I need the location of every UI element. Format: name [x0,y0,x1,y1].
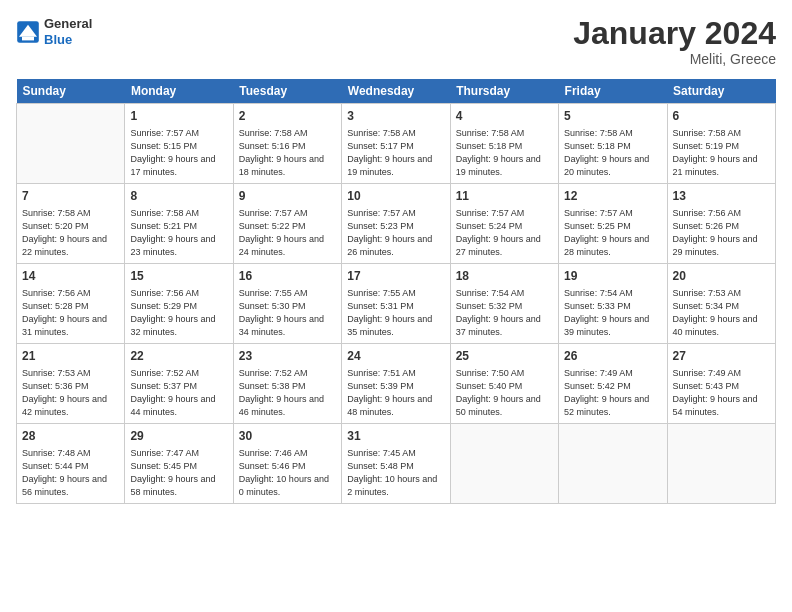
day-info: Sunrise: 7:57 AM Sunset: 5:25 PM Dayligh… [564,207,661,259]
week-row-5: 28Sunrise: 7:48 AM Sunset: 5:44 PM Dayli… [17,424,776,504]
day-number: 11 [456,188,553,205]
calendar-cell: 23Sunrise: 7:52 AM Sunset: 5:38 PM Dayli… [233,344,341,424]
calendar-cell: 14Sunrise: 7:56 AM Sunset: 5:28 PM Dayli… [17,264,125,344]
day-info: Sunrise: 7:51 AM Sunset: 5:39 PM Dayligh… [347,367,444,419]
day-info: Sunrise: 7:56 AM Sunset: 5:28 PM Dayligh… [22,287,119,339]
col-header-tuesday: Tuesday [233,79,341,104]
day-number: 15 [130,268,227,285]
calendar-cell: 19Sunrise: 7:54 AM Sunset: 5:33 PM Dayli… [559,264,667,344]
day-info: Sunrise: 7:57 AM Sunset: 5:22 PM Dayligh… [239,207,336,259]
day-info: Sunrise: 7:56 AM Sunset: 5:26 PM Dayligh… [673,207,770,259]
day-number: 25 [456,348,553,365]
day-number: 22 [130,348,227,365]
day-number: 16 [239,268,336,285]
calendar-cell: 10Sunrise: 7:57 AM Sunset: 5:23 PM Dayli… [342,184,450,264]
calendar-cell: 30Sunrise: 7:46 AM Sunset: 5:46 PM Dayli… [233,424,341,504]
day-number: 2 [239,108,336,125]
day-info: Sunrise: 7:54 AM Sunset: 5:33 PM Dayligh… [564,287,661,339]
day-info: Sunrise: 7:53 AM Sunset: 5:36 PM Dayligh… [22,367,119,419]
day-number: 24 [347,348,444,365]
day-number: 31 [347,428,444,445]
calendar-cell: 1Sunrise: 7:57 AM Sunset: 5:15 PM Daylig… [125,104,233,184]
day-info: Sunrise: 7:55 AM Sunset: 5:31 PM Dayligh… [347,287,444,339]
day-number: 29 [130,428,227,445]
day-info: Sunrise: 7:47 AM Sunset: 5:45 PM Dayligh… [130,447,227,499]
day-info: Sunrise: 7:49 AM Sunset: 5:42 PM Dayligh… [564,367,661,419]
day-info: Sunrise: 7:54 AM Sunset: 5:32 PM Dayligh… [456,287,553,339]
day-info: Sunrise: 7:58 AM Sunset: 5:18 PM Dayligh… [564,127,661,179]
calendar-cell: 2Sunrise: 7:58 AM Sunset: 5:16 PM Daylig… [233,104,341,184]
calendar-cell: 25Sunrise: 7:50 AM Sunset: 5:40 PM Dayli… [450,344,558,424]
day-number: 14 [22,268,119,285]
calendar-page: General Blue January 2024 Meliti, Greece… [0,0,792,612]
header-row: SundayMondayTuesdayWednesdayThursdayFrid… [17,79,776,104]
day-number: 10 [347,188,444,205]
calendar-cell: 15Sunrise: 7:56 AM Sunset: 5:29 PM Dayli… [125,264,233,344]
week-row-3: 14Sunrise: 7:56 AM Sunset: 5:28 PM Dayli… [17,264,776,344]
calendar-cell: 29Sunrise: 7:47 AM Sunset: 5:45 PM Dayli… [125,424,233,504]
col-header-wednesday: Wednesday [342,79,450,104]
logo: General Blue [16,16,92,47]
day-info: Sunrise: 7:58 AM Sunset: 5:18 PM Dayligh… [456,127,553,179]
day-number: 13 [673,188,770,205]
calendar-cell: 17Sunrise: 7:55 AM Sunset: 5:31 PM Dayli… [342,264,450,344]
calendar-cell [667,424,775,504]
location: Meliti, Greece [573,51,776,67]
logo-text: General Blue [44,16,92,47]
header: General Blue January 2024 Meliti, Greece [16,16,776,67]
day-info: Sunrise: 7:58 AM Sunset: 5:21 PM Dayligh… [130,207,227,259]
week-row-4: 21Sunrise: 7:53 AM Sunset: 5:36 PM Dayli… [17,344,776,424]
calendar-cell: 11Sunrise: 7:57 AM Sunset: 5:24 PM Dayli… [450,184,558,264]
day-number: 12 [564,188,661,205]
day-info: Sunrise: 7:52 AM Sunset: 5:38 PM Dayligh… [239,367,336,419]
title-block: January 2024 Meliti, Greece [573,16,776,67]
day-info: Sunrise: 7:49 AM Sunset: 5:43 PM Dayligh… [673,367,770,419]
calendar-cell: 20Sunrise: 7:53 AM Sunset: 5:34 PM Dayli… [667,264,775,344]
day-number: 17 [347,268,444,285]
day-info: Sunrise: 7:58 AM Sunset: 5:19 PM Dayligh… [673,127,770,179]
day-number: 6 [673,108,770,125]
day-info: Sunrise: 7:45 AM Sunset: 5:48 PM Dayligh… [347,447,444,499]
calendar-cell: 28Sunrise: 7:48 AM Sunset: 5:44 PM Dayli… [17,424,125,504]
col-header-monday: Monday [125,79,233,104]
calendar-cell [450,424,558,504]
day-number: 20 [673,268,770,285]
calendar-cell: 16Sunrise: 7:55 AM Sunset: 5:30 PM Dayli… [233,264,341,344]
calendar-cell: 13Sunrise: 7:56 AM Sunset: 5:26 PM Dayli… [667,184,775,264]
calendar-cell: 8Sunrise: 7:58 AM Sunset: 5:21 PM Daylig… [125,184,233,264]
day-info: Sunrise: 7:48 AM Sunset: 5:44 PM Dayligh… [22,447,119,499]
calendar-cell: 24Sunrise: 7:51 AM Sunset: 5:39 PM Dayli… [342,344,450,424]
day-number: 5 [564,108,661,125]
day-info: Sunrise: 7:58 AM Sunset: 5:20 PM Dayligh… [22,207,119,259]
col-header-sunday: Sunday [17,79,125,104]
calendar-cell: 18Sunrise: 7:54 AM Sunset: 5:32 PM Dayli… [450,264,558,344]
week-row-1: 1Sunrise: 7:57 AM Sunset: 5:15 PM Daylig… [17,104,776,184]
calendar-cell: 4Sunrise: 7:58 AM Sunset: 5:18 PM Daylig… [450,104,558,184]
day-number: 21 [22,348,119,365]
day-number: 30 [239,428,336,445]
day-info: Sunrise: 7:58 AM Sunset: 5:16 PM Dayligh… [239,127,336,179]
day-number: 9 [239,188,336,205]
day-number: 3 [347,108,444,125]
day-info: Sunrise: 7:46 AM Sunset: 5:46 PM Dayligh… [239,447,336,499]
calendar-cell: 26Sunrise: 7:49 AM Sunset: 5:42 PM Dayli… [559,344,667,424]
day-info: Sunrise: 7:57 AM Sunset: 5:15 PM Dayligh… [130,127,227,179]
calendar-cell: 7Sunrise: 7:58 AM Sunset: 5:20 PM Daylig… [17,184,125,264]
logo-line1: General [44,16,92,32]
calendar-cell: 5Sunrise: 7:58 AM Sunset: 5:18 PM Daylig… [559,104,667,184]
day-info: Sunrise: 7:56 AM Sunset: 5:29 PM Dayligh… [130,287,227,339]
calendar-cell: 3Sunrise: 7:58 AM Sunset: 5:17 PM Daylig… [342,104,450,184]
logo-line2: Blue [44,32,92,48]
calendar-table: SundayMondayTuesdayWednesdayThursdayFrid… [16,79,776,504]
calendar-cell [559,424,667,504]
day-number: 18 [456,268,553,285]
day-number: 7 [22,188,119,205]
col-header-saturday: Saturday [667,79,775,104]
col-header-friday: Friday [559,79,667,104]
day-number: 26 [564,348,661,365]
day-info: Sunrise: 7:58 AM Sunset: 5:17 PM Dayligh… [347,127,444,179]
day-number: 19 [564,268,661,285]
day-number: 28 [22,428,119,445]
calendar-cell: 27Sunrise: 7:49 AM Sunset: 5:43 PM Dayli… [667,344,775,424]
day-number: 8 [130,188,227,205]
